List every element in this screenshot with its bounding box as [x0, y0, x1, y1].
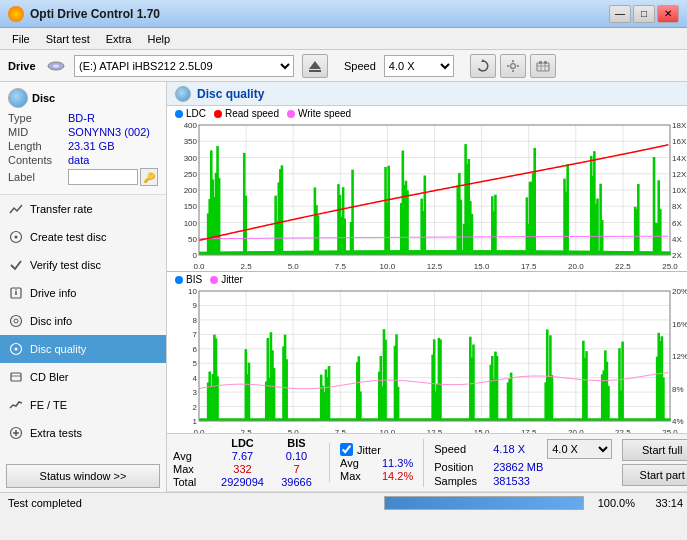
extra-tests-label: Extra tests	[30, 427, 82, 439]
menu-start-test[interactable]: Start test	[38, 31, 98, 47]
speed-value: 4.18 X	[493, 443, 543, 455]
svg-rect-9	[517, 65, 519, 67]
menu-file[interactable]: File	[4, 31, 38, 47]
disc-quality-header-icon	[175, 86, 191, 102]
disc-info-label: Disc info	[30, 315, 72, 327]
info-button[interactable]	[530, 54, 556, 78]
stats-table: LDC BIS Avg 7.67 0.10 Max 332 7 Total	[173, 437, 319, 488]
sidebar-item-create-test[interactable]: Create test disc	[0, 223, 166, 251]
maximize-button[interactable]: □	[633, 5, 655, 23]
position-value: 23862 MB	[493, 461, 543, 473]
fe-te-icon	[8, 397, 24, 413]
label-label: Label	[8, 171, 68, 183]
label-icon-btn[interactable]: 🔑	[140, 168, 158, 186]
svg-rect-14	[539, 61, 542, 64]
total-bis: 39666	[274, 476, 319, 488]
legend-bis-label: BIS	[186, 274, 202, 285]
sidebar-item-transfer-rate[interactable]: Transfer rate	[0, 195, 166, 223]
transfer-rate-label: Transfer rate	[30, 203, 93, 215]
sidebar-item-drive-info[interactable]: Drive info	[0, 279, 166, 307]
svg-point-1	[53, 64, 59, 67]
progress-text: 100.0%	[590, 497, 635, 509]
progress-bar	[384, 496, 584, 510]
jitter-section: Jitter Avg 11.3% Max 14.2%	[329, 443, 413, 482]
label-input[interactable]	[68, 169, 138, 185]
chart1-legend: LDC Read speed Write speed	[167, 106, 687, 121]
sidebar-item-fe-te[interactable]: FE / TE	[0, 391, 166, 419]
verify-test-icon	[8, 257, 24, 273]
speed-label: Speed	[344, 60, 376, 72]
sidebar-item-cd-bler[interactable]: CD Bler	[0, 363, 166, 391]
menu-help[interactable]: Help	[139, 31, 178, 47]
verify-test-label: Verify test disc	[30, 259, 101, 271]
avg-label: Avg	[173, 450, 211, 462]
sidebar-item-disc-info[interactable]: Disc info	[0, 307, 166, 335]
titlebar-buttons: — □ ✕	[609, 5, 679, 23]
drive-icon	[46, 56, 66, 76]
jitter-max-row: Max 14.2%	[340, 470, 413, 482]
close-button[interactable]: ✕	[657, 5, 679, 23]
menubar: File Start test Extra Help	[0, 28, 687, 50]
status-text: Test completed	[4, 497, 384, 509]
legend-jitter: Jitter	[210, 274, 243, 285]
disc-quality-icon	[8, 341, 24, 357]
disc-info-header: Disc	[8, 88, 158, 108]
svg-rect-15	[544, 61, 547, 64]
speed-select-control[interactable]: 4.0 X	[547, 439, 612, 459]
position-row: Position 23862 MB	[434, 461, 612, 473]
contents-label: Contents	[8, 154, 68, 166]
svg-point-24	[15, 348, 18, 351]
position-label: Position	[434, 461, 489, 473]
menu-extra[interactable]: Extra	[98, 31, 140, 47]
disc-table: Type BD-R MID SONYNN3 (002) Length 23.31…	[8, 112, 158, 186]
samples-row: Samples 381533	[434, 475, 612, 487]
extra-tests-icon	[8, 425, 24, 441]
stats-headers: LDC BIS	[173, 437, 319, 449]
eject-button[interactable]	[302, 54, 328, 78]
sidebar-item-disc-quality[interactable]: Disc quality	[0, 335, 166, 363]
start-full-button[interactable]: Start full	[622, 439, 687, 461]
jitter-checkbox[interactable]	[340, 443, 353, 456]
mid-value: SONYNN3 (002)	[68, 126, 158, 138]
refresh-button[interactable]	[470, 54, 496, 78]
ldc-dot	[175, 110, 183, 118]
chart1-canvas	[167, 121, 687, 271]
jitter-max-val: 14.2%	[382, 470, 413, 482]
minimize-button[interactable]: —	[609, 5, 631, 23]
svg-rect-8	[507, 65, 509, 67]
status-window-button[interactable]: Status window >>	[6, 464, 160, 488]
stats-empty-header	[173, 437, 211, 449]
drive-row: Drive (E:) ATAPI iHBS212 2.5L09 Speed 4.…	[0, 50, 687, 82]
speed-select[interactable]: 4.0 X	[384, 55, 454, 77]
right-panel: Disc quality LDC Read speed Wr	[167, 82, 687, 492]
speed-position-section: Speed 4.18 X 4.0 X Position 23862 MB Sam…	[423, 439, 612, 487]
max-ldc: 332	[215, 463, 270, 475]
disc-type-row: Type BD-R	[8, 112, 158, 124]
stats-ldc-header: LDC	[215, 437, 270, 449]
disc-label-row: Label 🔑	[8, 168, 158, 186]
start-part-button[interactable]: Start part	[622, 464, 687, 486]
cd-bler-icon	[8, 369, 24, 385]
disc-quality-header: Disc quality	[167, 82, 687, 106]
nav-items: Transfer rate Create test disc Verify te…	[0, 195, 166, 460]
drive-select[interactable]: (E:) ATAPI iHBS212 2.5L09	[74, 55, 294, 77]
settings-button[interactable]	[500, 54, 526, 78]
legend-jitter-label: Jitter	[221, 274, 243, 285]
svg-point-5	[510, 63, 515, 68]
type-value: BD-R	[68, 112, 158, 124]
length-value: 23.31 GB	[68, 140, 158, 152]
cd-bler-label: CD Bler	[30, 371, 69, 383]
main-content: Disc Type BD-R MID SONYNN3 (002) Length …	[0, 82, 687, 492]
speed-row: Speed 4.18 X 4.0 X	[434, 439, 612, 459]
fe-te-label: FE / TE	[30, 399, 67, 411]
svg-point-21	[11, 316, 22, 327]
jitter-dot	[210, 276, 218, 284]
chart2-legend: BIS Jitter	[167, 272, 687, 287]
jitter-avg-row: Avg 11.3%	[340, 457, 413, 469]
sidebar-item-extra-tests[interactable]: Extra tests	[0, 419, 166, 447]
svg-rect-3	[309, 70, 321, 72]
chart2-container: BIS Jitter	[167, 272, 687, 433]
action-buttons: Start full Start part	[622, 439, 687, 486]
svg-point-17	[15, 236, 18, 239]
sidebar-item-verify-test[interactable]: Verify test disc	[0, 251, 166, 279]
